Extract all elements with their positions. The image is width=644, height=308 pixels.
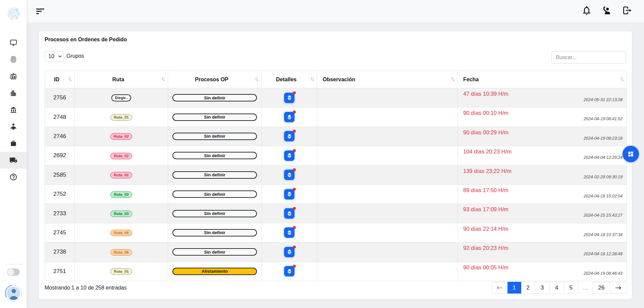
floating-dashboard-button[interactable] xyxy=(623,146,639,162)
proceso-op-button[interactable]: Sin definir xyxy=(172,190,257,198)
cell-procesos-op: Sin definir xyxy=(168,146,262,165)
sidebar-item-monitor[interactable] xyxy=(0,34,27,51)
proceso-op-button[interactable]: Sin definir xyxy=(172,152,257,159)
page-button-5[interactable]: 5 xyxy=(564,282,578,294)
column-header-label: Fecha xyxy=(463,77,479,82)
cell-fecha: 90 días 00:10 H/m2024-04-19 08:41:52 xyxy=(458,107,627,127)
sidebar-item-help[interactable] xyxy=(0,169,27,185)
proceso-op-button[interactable]: Alistamiento xyxy=(172,268,257,275)
app-logo[interactable] xyxy=(5,6,21,22)
person-raised-hand-button[interactable] xyxy=(601,5,612,16)
page-size-select[interactable]: 10 xyxy=(45,51,64,61)
ruta-badge[interactable]: Ruta_02 xyxy=(110,133,132,140)
cell-detalles xyxy=(262,165,317,184)
sort-arrows-icon xyxy=(255,77,259,82)
sidebar-item-truck[interactable] xyxy=(0,152,27,169)
ruta-badge[interactable]: Ruta_06 xyxy=(110,249,132,256)
page-button-3[interactable]: 3 xyxy=(535,282,550,294)
prev-page-button[interactable] xyxy=(492,282,508,294)
notification-dot xyxy=(293,111,296,114)
ruta-badge[interactable]: Ruta_02 xyxy=(110,153,132,159)
notification-dot xyxy=(293,149,296,152)
search-input[interactable] xyxy=(551,51,626,63)
sidebar-item-bank[interactable] xyxy=(0,101,27,118)
detalles-button[interactable] xyxy=(284,189,294,200)
kiosk-icon xyxy=(9,72,17,80)
column-header-procesos-op[interactable]: Procesos OP xyxy=(168,71,262,88)
proceso-op-button[interactable]: Sin definir xyxy=(172,171,257,179)
groups-label: Grupos xyxy=(66,53,84,59)
duration-text: 90 días 00:10 H/m xyxy=(463,110,508,116)
cell-detalles xyxy=(262,184,317,204)
ruta-badge[interactable]: Ruta_01 xyxy=(110,114,132,121)
notification-dot xyxy=(293,91,296,94)
column-header-label: Ruta xyxy=(112,77,124,82)
sidebar-item-person-desk[interactable] xyxy=(0,118,27,135)
detalles-button[interactable] xyxy=(284,112,294,122)
notification-dot xyxy=(293,265,296,268)
cell-observacion xyxy=(317,262,458,281)
detalles-button[interactable] xyxy=(284,247,294,257)
timestamp-text: 2024-04-19 08:23:18 xyxy=(584,136,623,141)
user-avatar[interactable] xyxy=(5,284,22,302)
ruta-badge[interactable]: Ruta_02 xyxy=(110,172,132,178)
page-ellipsis: … xyxy=(578,282,593,294)
detalles-button[interactable] xyxy=(284,150,294,161)
theme-toggle[interactable] xyxy=(7,268,20,276)
logout-button[interactable] xyxy=(622,5,632,16)
column-header-ruta[interactable]: Ruta xyxy=(75,71,168,88)
menu-filter-icon[interactable] xyxy=(36,8,45,14)
layers-icon xyxy=(286,94,293,101)
next-page-button[interactable] xyxy=(610,282,627,294)
page-button-4[interactable]: 4 xyxy=(549,282,564,294)
sidebar-item-factory[interactable] xyxy=(0,85,27,101)
cell-observacion xyxy=(317,107,458,127)
ruta-badge[interactable]: Ruta_01 xyxy=(110,268,132,275)
page-button-1[interactable]: 1 xyxy=(507,282,521,294)
column-header-fecha[interactable]: Fecha xyxy=(458,71,627,88)
ruta-badge[interactable]: Elegir.. xyxy=(111,94,131,101)
detalles-button[interactable] xyxy=(284,93,294,103)
column-header-observación[interactable]: Observación xyxy=(317,71,458,88)
ruta-badge[interactable]: Ruta_03 xyxy=(110,191,132,198)
cell-ruta: Ruta_03 xyxy=(75,204,168,223)
detalles-button[interactable] xyxy=(284,208,294,219)
cell-fecha: 90 días 00:05 H/m2024-04-19 08:46:43 xyxy=(458,262,627,281)
detalles-button[interactable] xyxy=(284,266,294,276)
page-button-26[interactable]: 26 xyxy=(593,282,610,294)
layers-icon xyxy=(286,172,293,178)
cell-ruta: Ruta_02 xyxy=(75,165,168,184)
detalles-button[interactable] xyxy=(284,227,294,238)
sidebar-item-briefcase[interactable] xyxy=(0,135,27,152)
proceso-op-button[interactable]: Sin definir xyxy=(172,114,257,121)
page-button-2[interactable]: 2 xyxy=(521,282,535,294)
proceso-op-button[interactable]: Sin definir xyxy=(172,229,257,236)
timestamp-text: 2024-05-31 22:13:28 xyxy=(584,97,623,102)
proceso-op-button[interactable]: Sin definir xyxy=(172,248,257,256)
ruta-badge[interactable]: Ruta_03 xyxy=(110,211,132,217)
pagination: 12345…26 xyxy=(492,282,627,294)
sidebar-item-fingerprint[interactable] xyxy=(0,51,27,68)
proceso-op-button[interactable]: Sin definir xyxy=(172,210,257,217)
detalles-button[interactable] xyxy=(284,170,294,180)
cell-detalles xyxy=(262,107,317,127)
proceso-op-button[interactable]: Sin definir xyxy=(172,94,257,101)
column-header-label: Procesos OP xyxy=(195,77,228,82)
column-header-id[interactable]: ID xyxy=(45,71,75,88)
cell-id: 2756 xyxy=(45,88,75,107)
sidebar-item-kiosk[interactable] xyxy=(0,68,27,85)
notifications-bell-button[interactable] xyxy=(581,5,592,16)
column-header-detalles[interactable]: Detalles xyxy=(262,71,317,88)
sort-arrows-icon xyxy=(620,77,624,82)
column-header-label: Observación xyxy=(323,77,355,82)
cell-ruta: Elegir.. xyxy=(75,88,168,107)
ruta-badge[interactable]: Ruta_06 xyxy=(110,230,132,236)
topbar xyxy=(27,0,644,23)
sidebar-nav xyxy=(0,34,27,185)
cell-ruta: Ruta_01 xyxy=(75,107,168,127)
monitor-icon xyxy=(9,39,17,47)
sort-arrows-icon xyxy=(161,77,165,82)
detalles-button[interactable] xyxy=(284,131,294,141)
column-header-label: Detalles xyxy=(276,77,297,82)
proceso-op-button[interactable]: Sin definir xyxy=(172,133,257,140)
